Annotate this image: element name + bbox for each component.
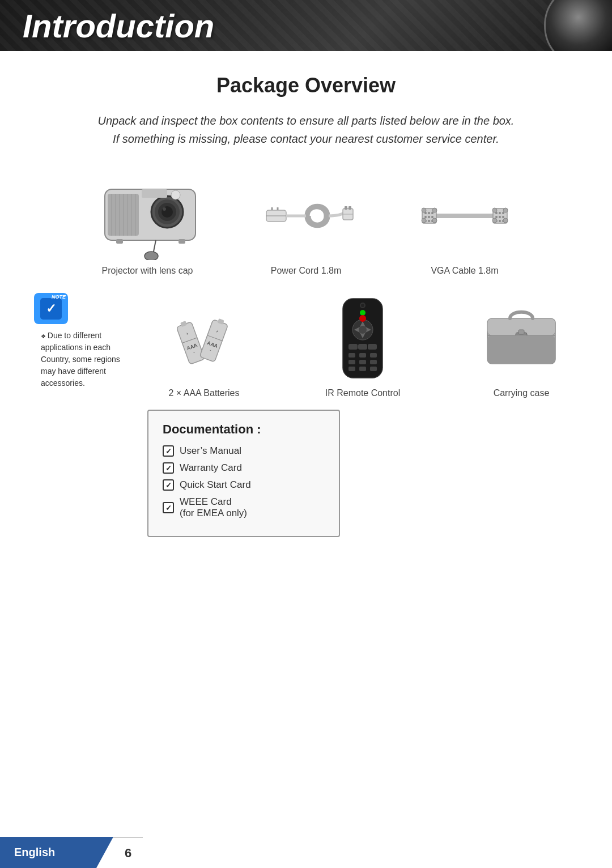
checkbox-weee-card: ✓: [163, 502, 174, 513]
row2-container: NOTE ✓ Due to different applications in …: [34, 293, 578, 398]
svg-point-32: [424, 216, 427, 218]
batteries-label: 2 × AAA Batteries: [169, 388, 240, 398]
doc-item-4: ✓ WEEE Card (for EMEA only): [163, 496, 325, 519]
doc-item-3: ✓ Quick Start Card: [163, 479, 325, 491]
svg-point-53: [503, 208, 508, 212]
svg-rect-78: [348, 344, 358, 350]
checkbox-warranty-card: ✓: [163, 462, 174, 474]
checkbox-quick-start: ✓: [163, 479, 174, 491]
svg-rect-95: [518, 330, 524, 334]
power-cord-image: [244, 171, 368, 261]
svg-point-36: [428, 220, 430, 222]
product-projector: Projector with lens cap: [76, 171, 218, 276]
svg-rect-62: [199, 320, 228, 362]
svg-point-38: [422, 208, 426, 212]
svg-point-30: [428, 212, 430, 214]
svg-point-55: [503, 218, 508, 223]
products-row-2: AAA + - AAA + -: [147, 293, 578, 398]
svg-rect-82: [359, 353, 366, 358]
svg-rect-17: [116, 239, 123, 244]
svg-point-71: [360, 310, 366, 316]
projector-image: [85, 171, 210, 261]
intro-paragraph: Unpack and inspect the box contents to e…: [94, 112, 518, 148]
svg-point-16: [144, 252, 158, 260]
product-remote: IR Remote Control: [300, 293, 425, 398]
lens-decoration: [544, 0, 612, 51]
svg-point-34: [431, 216, 434, 218]
doc-item-1: ✓ User’s Manual: [163, 445, 325, 457]
svg-point-19: [171, 190, 180, 199]
note-text: Due to different applications in each Co…: [34, 330, 136, 389]
power-cord-label: Power Cord 1.8m: [271, 266, 342, 276]
doc-label-warranty-card: Warranty Card: [180, 462, 242, 474]
case-label: Carrying case: [494, 388, 550, 398]
product-power-cord: Power Cord 1.8m: [235, 171, 377, 276]
projector-label: Projector with lens cap: [102, 266, 193, 276]
note-label-text: NOTE: [52, 294, 66, 300]
svg-point-39: [432, 208, 437, 212]
checkbox-users-manual: ✓: [163, 445, 174, 457]
svg-rect-26: [348, 206, 351, 210]
svg-point-47: [499, 216, 501, 218]
page-chapter-title: Introduction: [23, 7, 214, 45]
batteries-image: AAA + - AAA + -: [142, 293, 266, 384]
svg-point-50: [499, 220, 501, 222]
svg-point-90: [359, 315, 366, 322]
svg-point-46: [495, 216, 498, 218]
svg-rect-85: [359, 360, 366, 364]
svg-rect-14: [142, 189, 167, 198]
svg-point-54: [492, 218, 497, 223]
footer: English 6: [0, 837, 612, 868]
svg-point-13: [163, 207, 166, 211]
case-image: [459, 293, 584, 384]
product-batteries: AAA + - AAA + -: [142, 293, 266, 398]
svg-rect-81: [348, 353, 355, 358]
product-case: Carrying case: [459, 293, 584, 398]
remote-label: IR Remote Control: [325, 388, 401, 398]
section-title: Package Overview: [34, 74, 578, 97]
svg-point-41: [432, 218, 437, 223]
svg-rect-56: [176, 322, 205, 364]
main-content: Package Overview Unpack and inspect the …: [0, 51, 612, 560]
documentation-title: Documentation :: [163, 422, 325, 437]
svg-rect-25: [345, 206, 347, 210]
svg-rect-84: [348, 360, 355, 364]
vga-cable-label: VGA Cable 1.8m: [431, 266, 498, 276]
doc-label-weee-card: WEEE Card (for EMEA only): [180, 496, 247, 519]
vga-cable-image: [402, 171, 527, 261]
svg-point-48: [502, 216, 504, 218]
svg-rect-88: [359, 367, 366, 371]
svg-rect-80: [368, 344, 377, 350]
svg-rect-86: [370, 360, 377, 364]
svg-rect-79: [358, 344, 367, 350]
remote-image: [300, 293, 425, 384]
svg-rect-89: [370, 367, 377, 371]
svg-rect-96: [487, 335, 555, 364]
doc-item-2: ✓ Warranty Card: [163, 462, 325, 474]
svg-point-52: [492, 208, 497, 212]
doc-label-users-manual: User’s Manual: [180, 445, 241, 457]
svg-point-33: [428, 216, 430, 218]
svg-point-77: [359, 326, 367, 334]
svg-rect-83: [370, 353, 377, 358]
products-row-1: Projector with lens cap: [34, 171, 578, 276]
documentation-section: Documentation : ✓ User’s Manual ✓ Warran…: [147, 410, 578, 537]
svg-point-70: [361, 304, 364, 307]
note-icon-inner: ✓: [40, 298, 62, 320]
svg-point-40: [422, 218, 426, 223]
documentation-box: Documentation : ✓ User’s Manual ✓ Warran…: [147, 410, 340, 537]
svg-rect-87: [348, 367, 355, 371]
svg-point-44: [499, 212, 501, 214]
doc-label-quick-start: Quick Start Card: [180, 479, 251, 491]
product-vga-cable: VGA Cable 1.8m: [394, 171, 536, 276]
note-icon: NOTE ✓: [34, 293, 68, 324]
footer-language: English: [0, 837, 113, 868]
svg-rect-18: [178, 239, 185, 244]
lens-icon: [544, 0, 612, 51]
header: Introduction: [0, 0, 612, 51]
footer-page-number: 6: [113, 837, 143, 868]
note-box: NOTE ✓ Due to different applications in …: [34, 293, 136, 389]
